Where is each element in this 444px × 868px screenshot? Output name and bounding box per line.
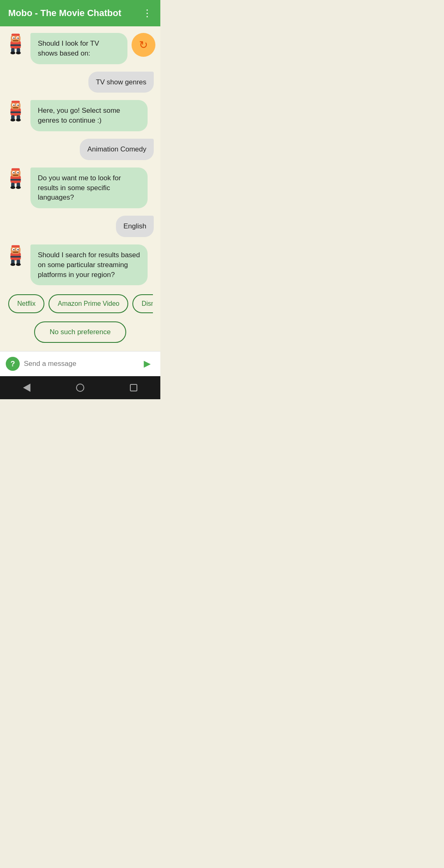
user-bubble-1: TV show genres [88,72,154,93]
svg-point-11 [10,51,15,54]
bot-avatar-4 [5,244,26,266]
bot-avatar-1 [5,33,26,54]
bot-bubble-2: Here, you go! Select some genres to cont… [30,100,148,131]
back-button[interactable] [23,384,30,392]
svg-rect-21 [10,112,21,113]
platform-row: Netflix Amazon Prime Video Disney Plus f… [7,293,153,315]
svg-point-44 [17,249,18,250]
app-header: Mobo - The Movie Chatbot ⋮ [0,0,160,26]
svg-point-4 [13,37,14,39]
svg-point-30 [13,172,14,173]
nav-bar [0,376,160,399]
svg-rect-34 [10,179,21,180]
user-bubble-3: English [116,216,154,237]
svg-point-37 [10,186,15,189]
svg-rect-20 [12,101,20,103]
msg-row-1: Should I look for TV shows based on: ↻ [5,33,155,64]
help-icon[interactable]: ? [6,357,20,371]
msg-row-7: Should I search for results based on som… [5,244,155,285]
recents-icon [130,384,137,391]
app-title: Mobo - The Movie Chatbot [8,8,121,19]
svg-rect-6 [13,40,18,42]
no-preference-row: No such preference [7,321,153,343]
home-button[interactable] [76,384,84,392]
msg-row-3: Here, you go! Select some genres to cont… [5,100,155,131]
svg-point-24 [10,119,15,122]
svg-point-43 [13,249,14,250]
svg-rect-19 [13,107,18,109]
svg-point-38 [16,186,21,189]
bot-avatar-3 [5,168,26,189]
msg-row-2: TV show genres [5,72,155,93]
disney-plus-button[interactable]: Disney Plus [132,294,153,313]
svg-point-18 [17,105,18,106]
no-preference-button[interactable]: No such preference [34,321,126,343]
amazon-prime-button[interactable]: Amazon Prime Video [49,294,128,313]
back-icon [23,384,30,392]
svg-rect-33 [12,168,20,170]
svg-rect-7 [12,34,20,36]
bot-bubble-4: Should I search for results based on som… [30,244,148,285]
send-icon: ► [141,357,153,370]
home-icon [76,384,84,392]
input-bar: ? ► [0,351,160,376]
svg-point-5 [17,37,18,39]
recents-button[interactable] [130,384,137,391]
svg-point-51 [16,263,21,266]
chat-area: Should I look for TV shows based on: ↻ T… [0,26,160,351]
svg-rect-46 [12,245,20,247]
menu-icon[interactable]: ⋮ [142,7,152,19]
svg-point-12 [16,51,21,54]
svg-point-31 [17,172,18,173]
platform-buttons-section: Netflix Amazon Prime Video Disney Plus f… [5,293,155,344]
svg-rect-8 [10,44,21,46]
svg-rect-45 [13,252,18,253]
svg-rect-32 [13,175,18,176]
user-bubble-2: Animation Comedy [80,139,154,160]
svg-point-17 [13,105,14,106]
svg-point-25 [16,119,21,122]
bot-bubble-1: Should I look for TV shows based on: [30,33,127,64]
netflix-button[interactable]: Netflix [8,294,44,313]
msg-row-6: English [5,216,155,237]
refresh-button[interactable]: ↻ [132,33,155,57]
svg-rect-47 [10,256,21,258]
msg-row-5: Do you want me to look for results in so… [5,168,155,208]
send-button[interactable]: ► [140,356,155,371]
msg-row-4: Animation Comedy [5,139,155,160]
svg-point-50 [10,263,15,266]
message-input[interactable] [24,360,136,368]
bot-avatar-2 [5,100,26,121]
bot-bubble-3: Do you want me to look for results in so… [30,168,148,208]
